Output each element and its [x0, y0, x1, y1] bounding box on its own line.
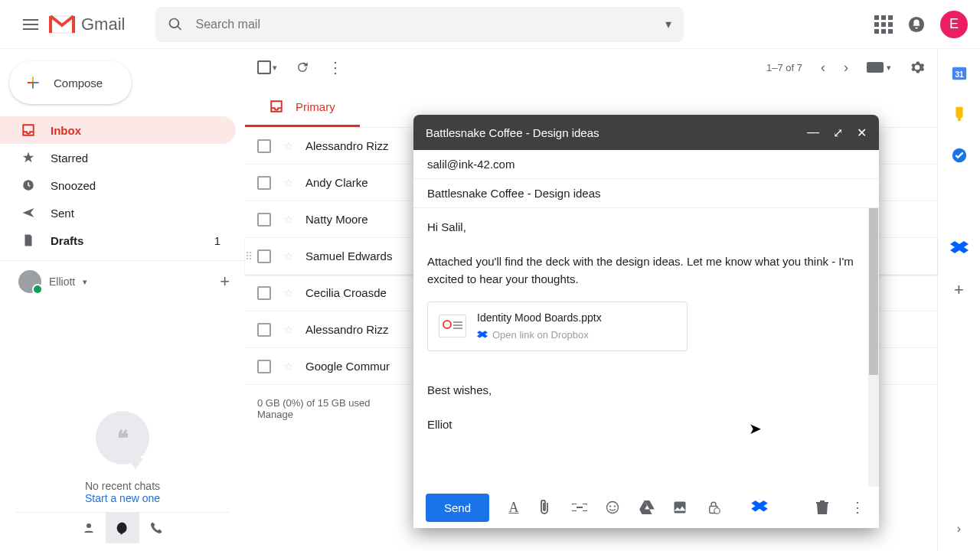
svg-rect-9	[867, 62, 884, 73]
tab-primary[interactable]: Primary	[245, 86, 360, 127]
emoji-icon	[606, 500, 619, 514]
drag-handle-icon[interactable]: ⠿	[245, 250, 251, 262]
dropbox-icon	[751, 500, 768, 514]
hangouts-bubble-icon: ❝	[96, 411, 149, 465]
nav-snoozed[interactable]: Snoozed	[0, 171, 236, 199]
nav-starred[interactable]: Starred	[0, 144, 236, 171]
row-checkbox[interactable]	[257, 249, 271, 263]
more-options-button[interactable]: ⋮	[848, 499, 867, 516]
dropbox-icon	[950, 241, 969, 256]
star-icon[interactable]: ☆	[283, 176, 293, 190]
menu-button[interactable]	[12, 6, 49, 43]
right-sidebar: 31 + ›	[937, 49, 980, 551]
insert-emoji-button[interactable]	[606, 500, 624, 514]
svg-rect-17	[675, 502, 686, 514]
keyboard-icon	[867, 62, 884, 73]
add-contact-button[interactable]: +	[220, 272, 230, 292]
gmail-icon	[49, 15, 75, 34]
insert-photo-button[interactable]	[673, 500, 691, 514]
subject-field[interactable]: Battlesnake Coffee - Design ideas	[413, 179, 879, 208]
minimize-button[interactable]: —	[807, 126, 819, 140]
star-icon[interactable]: ☆	[283, 323, 293, 337]
calendar-icon: 31	[951, 64, 968, 81]
tasks-icon	[951, 147, 968, 164]
drive-icon	[639, 500, 655, 514]
chevron-down-icon[interactable]: ▾	[273, 63, 277, 73]
calendar-addon[interactable]: 31	[949, 63, 969, 83]
prev-page-button[interactable]: ‹	[821, 60, 825, 76]
page-count: 1–7 of 7	[766, 62, 802, 73]
hangouts-profile[interactable]: Elliott ▾ +	[0, 260, 245, 302]
notifications-icon[interactable]	[908, 16, 925, 33]
account-avatar[interactable]: E	[940, 11, 968, 38]
send-button[interactable]: Send	[426, 494, 489, 522]
compose-titlebar[interactable]: Battlesnake Coffee - Design ideas — ⤢ ✕	[413, 115, 879, 150]
svg-point-15	[609, 505, 611, 507]
star-icon[interactable]: ☆	[283, 139, 293, 153]
compose-scrollbar[interactable]	[868, 208, 879, 487]
search-bar[interactable]: ▾	[155, 7, 684, 42]
star-icon[interactable]: ☆	[283, 249, 293, 263]
compose-body[interactable]: Hi Salil, Attached you'll find the deck …	[413, 208, 879, 487]
row-checkbox[interactable]	[257, 213, 271, 227]
settings-button[interactable]	[910, 60, 925, 75]
inbox-icon	[270, 99, 283, 113]
hangouts-icon	[116, 521, 129, 535]
checkbox-icon	[257, 60, 271, 74]
star-icon[interactable]: ☆	[283, 360, 293, 373]
star-icon[interactable]: ☆	[283, 213, 293, 227]
svg-rect-2	[72, 16, 75, 33]
attach-file-button[interactable]	[538, 500, 557, 515]
more-button[interactable]: ⋮	[328, 58, 343, 77]
hamburger-icon	[23, 19, 38, 30]
select-all[interactable]: ▾	[257, 60, 277, 74]
search-input[interactable]	[195, 18, 653, 31]
dropbox-insert-button[interactable]	[751, 500, 769, 514]
search-icon	[168, 17, 183, 32]
formatting-button[interactable]: A	[505, 500, 523, 516]
google-apps-button[interactable]	[874, 15, 893, 34]
nav-sent[interactable]: Sent	[0, 199, 236, 227]
refresh-button[interactable]	[296, 60, 309, 74]
svg-rect-5	[34, 82, 38, 83]
chevron-down-icon[interactable]: ▾	[83, 277, 87, 287]
star-icon[interactable]: ☆	[283, 286, 293, 300]
start-new-chat-link[interactable]: Start a new one	[15, 492, 230, 504]
compose-button[interactable]: Compose	[9, 61, 132, 104]
search-options-dropdown[interactable]: ▾	[665, 17, 671, 31]
schedule-send-button[interactable]	[707, 500, 725, 514]
row-checkbox[interactable]	[257, 360, 271, 373]
dropbox-addon[interactable]	[949, 239, 969, 259]
phone-tab[interactable]	[139, 513, 173, 543]
discard-draft-button[interactable]	[816, 500, 835, 514]
row-checkbox[interactable]	[257, 176, 271, 190]
insert-link-button[interactable]	[572, 504, 590, 511]
phone-icon	[149, 521, 163, 535]
plus-icon	[24, 74, 41, 91]
attachment-chip[interactable]: Identity Mood Boards.pptx Open link on D…	[427, 302, 688, 351]
fullscreen-button[interactable]: ⤢	[833, 126, 843, 140]
svg-rect-1	[49, 16, 52, 33]
close-button[interactable]: ✕	[857, 126, 867, 140]
svg-point-14	[607, 502, 619, 514]
hangouts-tab[interactable]	[106, 513, 139, 543]
add-addon-button[interactable]: +	[949, 280, 969, 300]
clock-icon	[21, 178, 35, 192]
to-field[interactable]: salil@ink-42.com	[413, 150, 879, 179]
keep-addon[interactable]	[949, 104, 969, 124]
gmail-logo[interactable]: Gmail	[49, 15, 125, 34]
compose-title: Battlesnake Coffee - Design ideas	[426, 126, 599, 139]
input-tools-button[interactable]: ▾	[867, 62, 891, 73]
trash-icon	[816, 500, 828, 514]
nav-drafts[interactable]: Drafts 1	[0, 227, 236, 254]
contacts-tab[interactable]	[72, 513, 106, 543]
row-checkbox[interactable]	[257, 323, 271, 337]
tasks-addon[interactable]	[949, 145, 969, 165]
next-page-button[interactable]: ›	[844, 60, 848, 76]
row-checkbox[interactable]	[257, 286, 271, 300]
insert-drive-button[interactable]	[639, 500, 658, 514]
row-checkbox[interactable]	[257, 139, 271, 153]
compose-toolbar: Send A ⋮	[413, 487, 879, 528]
nav-inbox[interactable]: Inbox	[0, 116, 236, 144]
expand-sidebar-button[interactable]: ›	[957, 522, 961, 536]
